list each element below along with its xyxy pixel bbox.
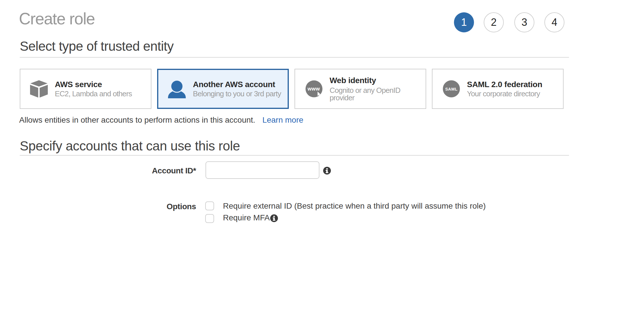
svg-text:www: www [307, 86, 320, 92]
svg-text:SAML: SAML [445, 87, 457, 91]
